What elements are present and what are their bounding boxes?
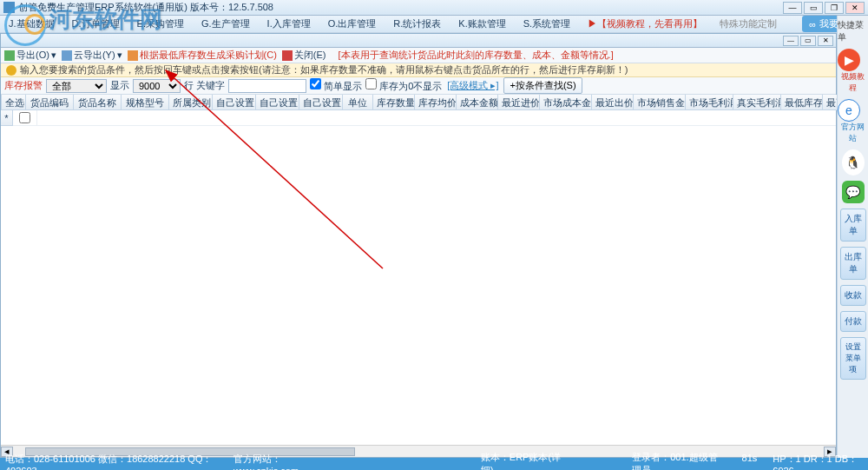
column-header[interactable]: 成本金额: [457, 95, 498, 109]
outbound-button[interactable]: 出库单: [840, 247, 866, 280]
column-header[interactable]: 所属类别: [169, 95, 213, 109]
quick-menu-sidebar: 快捷菜单 ▶ 视频教程 e 官方网站 🐧 💬 入库单 出库单 收款 付款 设置菜…: [837, 16, 868, 458]
column-header[interactable]: 市场销售金额: [634, 95, 686, 109]
menu-production[interactable]: G.生产管理: [196, 16, 255, 32]
menu-video-tutorial[interactable]: ▶【视频教程，先看再用】: [582, 16, 707, 32]
menu-purchase[interactable]: E.采购管理: [132, 16, 189, 32]
column-header[interactable]: 全选: [2, 95, 26, 109]
sidebar-video-item[interactable]: ▶ 视频教程: [838, 49, 868, 94]
menu-orders[interactable]: D.订单管理: [67, 16, 125, 32]
cloud-icon: [62, 50, 72, 61]
hide-zero-checkbox[interactable]: 库存为0不显示: [365, 78, 442, 93]
menu-outbound[interactable]: O.出库管理: [323, 16, 382, 32]
menu-system[interactable]: S.系统管理: [518, 16, 575, 32]
column-header[interactable]: 真实毛利润: [733, 95, 781, 109]
sidebar-website-item[interactable]: e 官方网站: [838, 99, 868, 144]
toolbar-description: [本表用于查询统计货品此时此刻的库存数量、成本、金额等情况.]: [339, 49, 614, 62]
inner-close[interactable]: ✕: [818, 36, 833, 46]
column-header[interactable]: 最低库存: [781, 95, 823, 109]
search-button[interactable]: +按条件查找(S): [503, 77, 582, 94]
close-button[interactable]: ✕: [845, 2, 865, 14]
keyword-label: 行 关键字: [184, 79, 225, 92]
qq-icon[interactable]: 🐧: [842, 149, 865, 175]
titlebar: 创管免费生产管理ERP系统软件(通用版) 版本号：12.5.7.508 — ▭ …: [0, 0, 868, 16]
perf-info: 81s: [742, 453, 758, 471]
inner-window: — ▭ ✕ 导出(O)▾ 云导出(Y)▾ 根据最低库存数生成采购计划(C) 关闭…: [0, 33, 837, 458]
purchase-plan-button[interactable]: 根据最低库存数生成采购计划(C): [128, 49, 277, 62]
stock-alarm-select[interactable]: 全部: [46, 79, 107, 93]
inbound-button[interactable]: 入库单: [840, 209, 866, 242]
contact-info: 电话：028-61101006 微信：18628822218 QQ：402603: [5, 453, 216, 471]
menu-custom[interactable]: 特殊功能定制: [714, 16, 782, 32]
status-bar: 电话：028-61101006 微信：18628822218 QQ：402603…: [0, 458, 868, 470]
sub-toolbar: 导出(O)▾ 云导出(Y)▾ 根据最低库存数生成采购计划(C) 关闭(E) [本…: [1, 48, 836, 63]
ledger-info: 账本：ERP账本(详细): [481, 451, 562, 470]
sidebar-website-label: 官方网站: [838, 122, 868, 144]
menu-settings-button[interactable]: 设置菜单项: [840, 337, 866, 380]
menu-accounts[interactable]: K.账款管理: [453, 16, 510, 32]
cloud-export-button[interactable]: 云导出(Y)▾: [62, 49, 122, 62]
menu-reports[interactable]: R.统计报表: [388, 16, 446, 32]
row-checkbox[interactable]: [19, 112, 30, 123]
receipt-button[interactable]: 收款: [840, 285, 866, 306]
maximize-button[interactable]: ❐: [825, 2, 844, 14]
close-icon: [282, 50, 293, 61]
restore-button[interactable]: ▭: [804, 2, 823, 14]
column-header[interactable]: 规格型号: [122, 95, 169, 109]
export-icon: [4, 50, 15, 61]
app-icon: [3, 2, 15, 13]
browser-icon: e: [838, 99, 860, 122]
user-info: 登录者：001.超级管理员: [632, 451, 724, 470]
export-button[interactable]: 导出(O)▾: [4, 49, 56, 62]
column-header[interactable]: 市场毛利润: [686, 95, 733, 109]
payment-button[interactable]: 付款: [840, 311, 866, 332]
hint-bar: 输入您要搜索的货品条件，然后按回车键或点击搜索按钮(请注意：如果库存数量不准确，…: [1, 63, 836, 77]
column-header[interactable]: 自己设置: [213, 95, 256, 109]
table-area: 全选货品编码货品名称规格型号所属类别自己设置自己设置自己设置单位库存数量库存均价…: [1, 95, 836, 457]
column-header[interactable]: 市场成本金额: [540, 95, 592, 109]
row-marker[interactable]: *: [1, 110, 13, 126]
column-header[interactable]: 单位: [343, 95, 373, 109]
link-icon: ∞: [809, 19, 816, 30]
lightbulb-icon: [6, 65, 16, 76]
wechat-icon[interactable]: 💬: [842, 181, 865, 203]
window-controls: — ▭ ❐ ✕: [783, 2, 865, 14]
column-header[interactable]: 自己设置: [256, 95, 299, 109]
menu-inbound[interactable]: I.入库管理: [262, 16, 316, 32]
inner-minimize[interactable]: —: [783, 36, 799, 46]
table-row[interactable]: [13, 110, 836, 126]
website-info: 官方网站：www.cnkis.com: [233, 453, 333, 471]
column-header[interactable]: 货品编码: [26, 95, 74, 109]
simple-display-checkbox[interactable]: 简单显示: [310, 78, 362, 93]
column-header[interactable]: 货品名称: [74, 95, 122, 109]
main-menu: J.基础数据 D.订单管理 E.采购管理 G.生产管理 I.入库管理 O.出库管…: [0, 16, 868, 33]
column-header[interactable]: 最近出价: [592, 95, 634, 109]
window-title: 创管免费生产管理ERP系统软件(通用版) 版本号：12.5.7.508: [18, 1, 783, 14]
sidebar-video-label: 视频教程: [838, 71, 868, 94]
play-icon: ▶: [838, 49, 860, 71]
show-label: 显示: [110, 79, 129, 92]
db-info: HP：1 DR：1 DB：6926: [773, 453, 863, 471]
sidebar-title: 快捷菜单: [838, 19, 868, 43]
column-header[interactable]: 自己设置: [299, 95, 343, 109]
keyword-input[interactable]: [228, 79, 306, 93]
inner-titlebar: — ▭ ✕: [1, 34, 836, 48]
column-header[interactable]: 库存数量: [373, 95, 415, 109]
plan-icon: [128, 50, 138, 61]
close-button-tb[interactable]: 关闭(E): [282, 49, 326, 62]
advanced-mode-link[interactable]: [高级模式 ▸]: [445, 79, 500, 92]
stock-alarm-label: 库存报警: [4, 79, 43, 92]
minimize-button[interactable]: —: [783, 2, 802, 14]
column-header[interactable]: 最近进价: [498, 95, 540, 109]
row-count-select[interactable]: 9000: [133, 79, 181, 93]
filter-bar: 库存报警 全部 显示 9000 行 关键字 简单显示 库存为0不显示 [高级模式…: [1, 77, 836, 95]
table-header: 全选货品编码货品名称规格型号所属类别自己设置自己设置自己设置单位库存数量库存均价…: [2, 95, 868, 110]
inner-restore[interactable]: ▭: [800, 36, 816, 46]
hint-text: 输入您要搜索的货品条件，然后按回车键或点击搜索按钮(请注意：如果库存数量不准确，…: [20, 63, 628, 76]
column-header[interactable]: 库存均价: [415, 95, 457, 109]
menu-base-data[interactable]: J.基础数据: [3, 16, 60, 32]
